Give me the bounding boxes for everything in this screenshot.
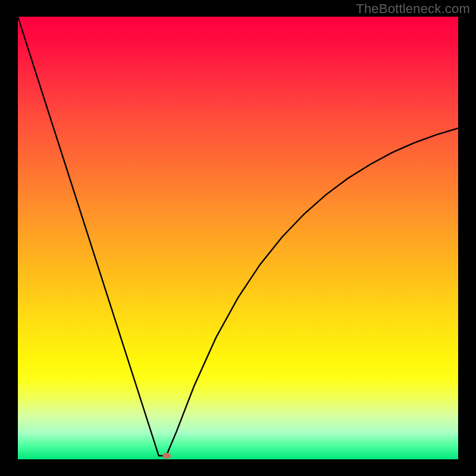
chart-frame: TheBottleneck.com bbox=[0, 0, 476, 476]
optimal-point-marker bbox=[162, 453, 171, 459]
curve-svg bbox=[18, 17, 458, 459]
bottleneck-curve bbox=[18, 17, 458, 456]
watermark-text: TheBottleneck.com bbox=[356, 1, 470, 17]
plot-area bbox=[18, 17, 458, 459]
